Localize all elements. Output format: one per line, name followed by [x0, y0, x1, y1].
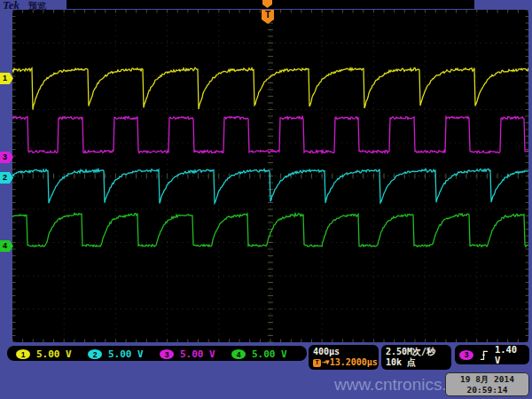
timebase-delay-value: 13.2000μs [330, 357, 378, 368]
datetime-box: 19 8月 2014 20:59:14 [445, 372, 529, 396]
rising-edge-icon [480, 349, 489, 361]
delay-arrows-icon: →▼ [322, 357, 329, 368]
channel4-badge: 4 [231, 349, 246, 359]
channel4-scale: 5.00 V [252, 348, 287, 360]
horizontal-position-bar [66, 0, 474, 9]
date-value: 19 8月 2014 [446, 374, 528, 385]
trigger-readout: 3 1.40 V [455, 345, 529, 364]
channel2-ground-marker: 2 [0, 172, 13, 184]
trigger-level: 1.40 V [495, 344, 525, 365]
channel3-ground-marker: 3 [0, 152, 13, 163]
timebase-readout: 400μs T→▼13.2000μs [309, 345, 379, 370]
channel1-scale: 5.00 V [36, 348, 72, 360]
channel1-badge: 1 [16, 349, 30, 359]
timebase-scale: 400μs [313, 347, 374, 357]
trigger-source-badge: 3 [459, 350, 473, 360]
channel-readout-bar: 1 5.00 V 2 5.00 V 3 5.00 V 4 5.00 V [7, 346, 307, 361]
channel1-readout: 1 5.00 V [16, 348, 72, 360]
channel2-readout: 2 5.00 V [88, 348, 144, 360]
channel1-ground-marker: 1 [0, 73, 13, 84]
record-length: 10k 点 [386, 357, 447, 368]
waveform-display [12, 10, 528, 342]
graticule [12, 10, 528, 342]
trigger-position-marker-icon [262, 0, 272, 8]
sample-rate: 2.50M次/秒 [386, 347, 447, 357]
acquisition-readout: 2.50M次/秒 10k 点 [381, 345, 451, 370]
time-value: 20:59:14 [446, 385, 528, 395]
channel3-readout: 3 5.00 V [160, 348, 215, 360]
channel4-ground-marker: 4 [0, 240, 13, 252]
channel4-readout: 4 5.00 V [231, 348, 287, 360]
channel2-badge: 2 [88, 349, 102, 359]
trigger-badge-icon: T [313, 359, 321, 367]
channel3-scale: 5.00 V [180, 348, 215, 360]
channel3-badge: 3 [160, 349, 174, 359]
timebase-delay-row: T→▼13.2000μs [313, 357, 374, 368]
channel2-scale: 5.00 V [108, 348, 144, 360]
